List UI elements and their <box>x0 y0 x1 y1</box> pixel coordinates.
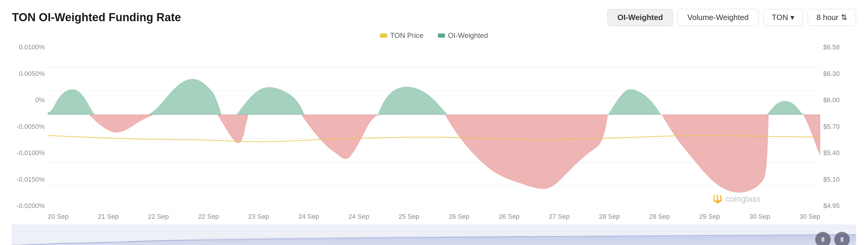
interval-selector[interactable]: 8 hour ⇅ <box>808 9 856 26</box>
chart-legend: TON Price OI-Weighted <box>12 31 856 40</box>
pause-icon-1: ⏸ <box>819 236 826 244</box>
coin-selector-label: TON <box>772 13 788 22</box>
mini-chart-controls: ⏸ ⏸ <box>815 232 850 245</box>
y-axis-right: $6.58 $6.30 $6.00 $5.70 $5.40 $5.10 $4.9… <box>820 43 856 210</box>
page-title: TON OI-Weighted Funding Rate <box>12 11 181 24</box>
header: TON OI-Weighted Funding Rate OI-Weighted… <box>12 9 856 26</box>
legend-oi-label: OI-Weighted <box>448 31 488 40</box>
pause-button-2[interactable]: ⏸ <box>834 232 850 245</box>
legend-price-label: TON Price <box>390 31 424 40</box>
watermark-icon: 🔱 <box>712 194 723 204</box>
pause-button-1[interactable]: ⏸ <box>815 232 831 245</box>
legend-price-dot <box>380 33 387 38</box>
watermark-text: coinglass <box>725 194 761 204</box>
page-container: TON OI-Weighted Funding Rate OI-Weighted… <box>0 0 868 245</box>
pause-icon-2: ⏸ <box>839 236 845 244</box>
legend-price: TON Price <box>380 31 424 40</box>
chart-area: 0.0100% 0.0050% 0% -0.0050% -0.0100% -0.… <box>12 43 856 245</box>
chart-svg-container: 🔱 coinglass <box>48 43 820 210</box>
tab-oi-weighted[interactable]: OI-Weighted <box>608 9 673 26</box>
main-chart: 0.0100% 0.0050% 0% -0.0050% -0.0100% -0.… <box>12 43 856 210</box>
mini-chart[interactable]: ⏸ ⏸ <box>12 225 856 245</box>
legend-oi: OI-Weighted <box>438 31 488 40</box>
chevron-updown-icon: ⇅ <box>841 13 847 22</box>
chevron-down-icon: ▾ <box>790 13 794 22</box>
watermark: 🔱 coinglass <box>712 194 761 204</box>
coin-selector[interactable]: TON ▾ <box>763 9 803 26</box>
tab-volume-weighted[interactable]: Volume-Weighted <box>678 9 758 26</box>
controls-group: OI-Weighted Volume-Weighted TON ▾ 8 hour… <box>608 9 856 26</box>
x-axis: 20 Sep 21 Sep 22 Sep 22 Sep 23 Sep 24 Se… <box>12 211 856 222</box>
interval-selector-label: 8 hour <box>816 13 838 22</box>
y-axis-left: 0.0100% 0.0050% 0% -0.0050% -0.0100% -0.… <box>12 43 48 210</box>
legend-oi-dot <box>438 33 445 38</box>
